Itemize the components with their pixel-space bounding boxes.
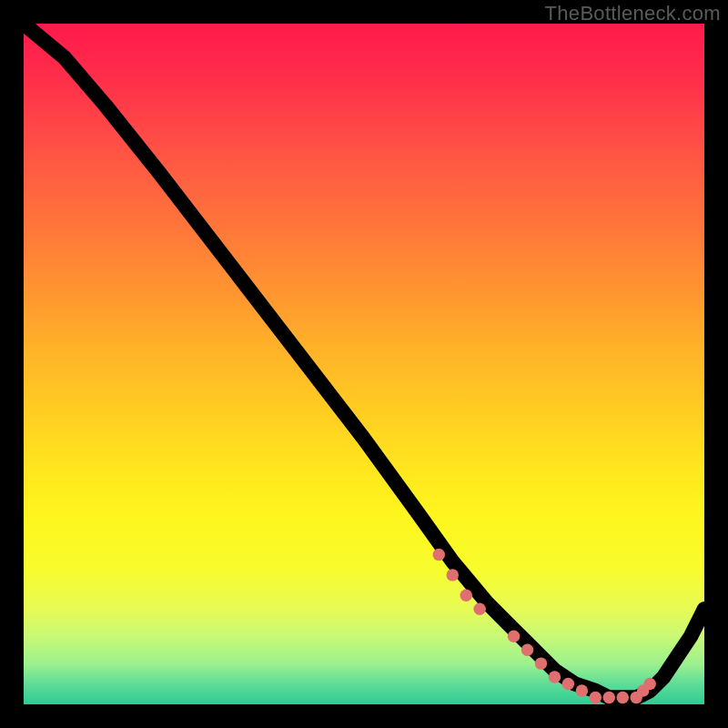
curve-layer [24, 24, 704, 704]
watermark-text: TheBottleneck.com [545, 2, 721, 25]
chart-frame: TheBottleneck.com [0, 0, 728, 728]
marker-point [460, 590, 471, 602]
marker-point [535, 657, 547, 669]
plot-area [24, 24, 704, 704]
bottleneck-curve [24, 24, 704, 698]
marker-point [447, 569, 459, 581]
marker-point [549, 671, 561, 682]
marker-point [617, 692, 629, 703]
marker-point [562, 678, 574, 690]
marker-point [521, 643, 533, 655]
marker-point [508, 630, 520, 642]
marker-point [590, 692, 602, 703]
marker-point [433, 549, 445, 561]
marker-point [643, 678, 655, 690]
marker-point [603, 692, 615, 703]
marker-point [473, 603, 485, 615]
marker-point [576, 684, 588, 696]
